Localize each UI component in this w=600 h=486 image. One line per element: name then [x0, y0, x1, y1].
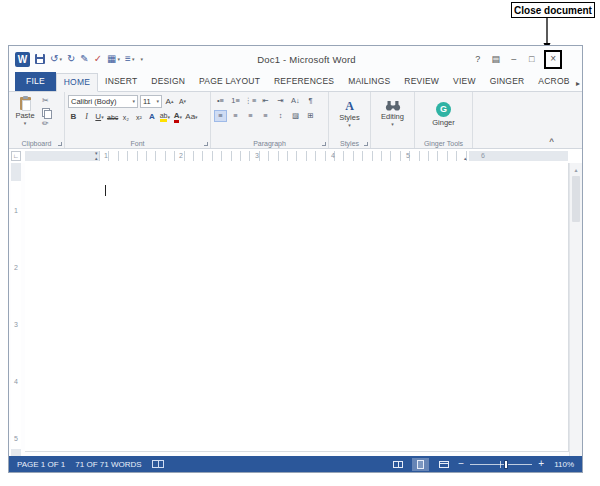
- web-layout-button[interactable]: [435, 458, 452, 471]
- shrink-font-button[interactable]: A▾: [177, 96, 188, 108]
- insert-table-button[interactable]: ▦▾: [107, 54, 120, 64]
- tab-design[interactable]: DESIGN: [144, 72, 192, 91]
- tab-mailings[interactable]: MAILINGS: [341, 72, 397, 91]
- dialog-launcher-icon[interactable]: [58, 142, 62, 146]
- save-button[interactable]: [35, 54, 45, 64]
- font-size-select[interactable]: 11▾: [140, 95, 162, 108]
- numbering-button[interactable]: 1≡: [229, 95, 242, 107]
- tab-view[interactable]: VIEW: [446, 72, 483, 91]
- read-mode-icon: [393, 461, 403, 468]
- cut-button[interactable]: ✂: [42, 97, 51, 105]
- vertical-ruler[interactable]: 1 2 3 4 5: [11, 163, 21, 456]
- format-painter-button[interactable]: ✏: [42, 120, 51, 128]
- editing-button[interactable]: Editing ▾: [374, 95, 411, 133]
- word-count[interactable]: 71 OF 71 WORDS: [75, 460, 141, 469]
- chevron-up-icon: ▴: [171, 99, 174, 104]
- read-mode-button[interactable]: [389, 458, 406, 471]
- tab-review[interactable]: REVIEW: [397, 72, 446, 91]
- chevron-down-icon: ▾: [132, 57, 135, 62]
- change-case-button[interactable]: Aa▾: [185, 111, 197, 123]
- page-indicator[interactable]: PAGE 1 OF 1: [17, 460, 65, 469]
- increase-indent-button[interactable]: ⇥: [274, 95, 287, 107]
- styles-icon: A: [345, 100, 354, 112]
- font-color-button[interactable]: A▾: [172, 111, 183, 123]
- undo-button[interactable]: ↺▾: [50, 54, 62, 64]
- proofing-status-icon[interactable]: [152, 460, 164, 468]
- bold-button[interactable]: B: [68, 111, 79, 123]
- font-size-value: 11: [143, 97, 151, 106]
- tab-overflow-arrow[interactable]: ▸: [576, 79, 580, 88]
- close-button[interactable]: ×: [550, 54, 556, 64]
- tab-page-layout[interactable]: PAGE LAYOUT: [192, 72, 267, 91]
- font-name-select[interactable]: Calibri (Body)▾: [68, 95, 138, 108]
- align-right-button[interactable]: ≡: [244, 110, 257, 122]
- hanging-indent-marker[interactable]: ▴: [95, 156, 98, 161]
- underline-button[interactable]: U▾: [94, 111, 105, 123]
- horizontal-ruler[interactable]: ∟ 1 2 3 4 5 6 ▾ ▴ ▴: [9, 149, 582, 163]
- zoom-in-button[interactable]: +: [538, 459, 544, 469]
- text-effects-button[interactable]: A: [146, 111, 157, 123]
- ginger-button-label: Ginger: [432, 118, 455, 127]
- align-center-button[interactable]: ≡: [229, 110, 242, 122]
- dialog-launcher-icon[interactable]: [322, 142, 326, 146]
- dialog-launcher-icon[interactable]: [204, 142, 208, 146]
- restore-button[interactable]: □: [524, 51, 539, 67]
- styles-button[interactable]: A Styles ▾: [332, 95, 367, 133]
- scrollbar-thumb[interactable]: [572, 176, 580, 222]
- tab-home[interactable]: HOME: [56, 73, 98, 92]
- tab-ginger[interactable]: GINGER: [483, 72, 532, 91]
- window-controls: ? ▤ – □ ×: [470, 50, 562, 69]
- undo-icon: ↺: [50, 54, 58, 64]
- superscript-button[interactable]: x²: [133, 111, 144, 123]
- zoom-out-button[interactable]: −: [458, 459, 464, 469]
- strikethrough-button[interactable]: abc: [107, 111, 118, 123]
- show-formatting-button[interactable]: ¶: [304, 95, 317, 107]
- shading-button[interactable]: ▨: [289, 110, 302, 122]
- vertical-scrollbar[interactable]: ▴: [569, 163, 582, 456]
- zoom-slider-track: [470, 464, 532, 465]
- document-page[interactable]: [25, 163, 569, 452]
- group-ginger-tools: G Ginger Ginger Tools: [415, 92, 473, 148]
- right-indent-marker[interactable]: ▴: [464, 156, 467, 161]
- align-left-button[interactable]: ≡: [214, 110, 227, 122]
- help-button[interactable]: ?: [470, 51, 485, 67]
- ruler-number: 4: [331, 151, 335, 161]
- justify-button[interactable]: ≡: [259, 110, 272, 122]
- chevron-down-icon: ▾: [184, 99, 187, 104]
- borders-button[interactable]: ⊞: [304, 110, 317, 122]
- copy-button[interactable]: [42, 108, 51, 117]
- zoom-level[interactable]: 110%: [550, 460, 574, 469]
- tab-acrobat[interactable]: ACROB: [531, 72, 576, 91]
- spelling-check-button[interactable]: ✓: [94, 54, 102, 64]
- tab-file[interactable]: FILE: [15, 72, 56, 91]
- quick-edit-button[interactable]: ✎: [80, 54, 88, 64]
- multilevel-list-button[interactable]: ⋮≡: [244, 95, 257, 107]
- grow-font-button[interactable]: A▴: [164, 96, 175, 108]
- quick-access-toolbar: W ↺▾ ↻ ✎ ✓ ▦▾ ≡▾ ▾: [15, 52, 143, 67]
- tab-insert[interactable]: INSERT: [98, 72, 144, 91]
- tab-selector[interactable]: ∟: [11, 151, 21, 161]
- bullets-button[interactable]: •≡: [214, 95, 227, 107]
- ruler-number: 1: [104, 151, 108, 161]
- decrease-indent-button[interactable]: ⇤: [259, 95, 272, 107]
- italic-button[interactable]: I: [81, 111, 92, 123]
- dialog-launcher-icon[interactable]: [364, 142, 368, 146]
- zoom-slider[interactable]: [470, 459, 532, 470]
- paste-icon: [20, 97, 31, 110]
- collapse-ribbon-button[interactable]: ^: [549, 137, 554, 146]
- tab-references[interactable]: REFERENCES: [267, 72, 341, 91]
- subscript-button[interactable]: x₂: [120, 111, 131, 123]
- ribbon-display-options-button[interactable]: ▤: [488, 51, 503, 67]
- line-spacing-button[interactable]: ↕: [274, 110, 287, 122]
- list-button[interactable]: ≡▾: [125, 54, 134, 64]
- minimize-button[interactable]: –: [506, 51, 521, 67]
- clipboard-small-buttons: ✂ ✏: [42, 95, 51, 128]
- highlight-button[interactable]: ab▾: [159, 111, 170, 123]
- paste-button[interactable]: Paste ▾: [12, 95, 38, 126]
- redo-button[interactable]: ↻: [67, 54, 75, 64]
- sort-button[interactable]: A↓: [289, 95, 302, 107]
- zoom-slider-thumb[interactable]: [504, 460, 508, 469]
- scroll-up-button[interactable]: ▴: [570, 163, 582, 175]
- ginger-button[interactable]: G Ginger: [418, 95, 469, 133]
- print-layout-button[interactable]: [412, 458, 429, 471]
